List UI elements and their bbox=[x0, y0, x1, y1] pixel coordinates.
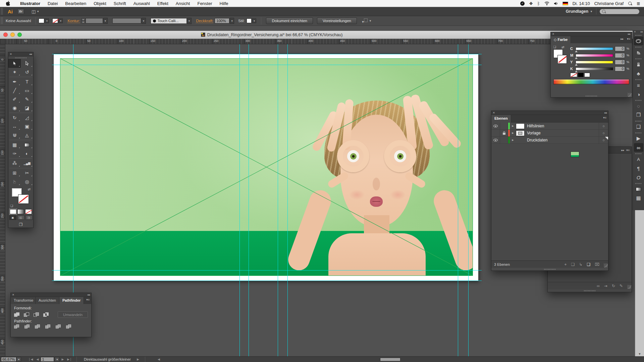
slider-thumb-icon[interactable] bbox=[575, 50, 578, 52]
app-search-box[interactable] bbox=[600, 9, 639, 14]
variable-width-dropdown[interactable]: ▼ bbox=[142, 18, 146, 24]
menu-auswahl[interactable]: Auswahl bbox=[130, 0, 154, 7]
collapse-icon[interactable]: ▸▸ bbox=[619, 36, 625, 43]
dock-group-handle[interactable] bbox=[633, 58, 644, 60]
keyboard-layout-flag[interactable] bbox=[562, 2, 568, 5]
pencil-tool[interactable]: ✎ bbox=[21, 95, 33, 104]
menu-ansicht[interactable]: Ansicht bbox=[172, 0, 194, 7]
dock-group-handle[interactable] bbox=[633, 99, 644, 101]
visibility-toggle[interactable] bbox=[491, 137, 500, 143]
menu-hilfe[interactable]: Hilfe bbox=[216, 0, 232, 7]
tab-ebenen[interactable]: Ebenen bbox=[491, 115, 511, 123]
menu-datei[interactable]: Datei bbox=[44, 0, 61, 7]
channel-value-field[interactable]: 0 bbox=[615, 53, 625, 58]
tab-ausrichten[interactable]: Ausrichten bbox=[36, 297, 59, 304]
direct-selection-tool[interactable] bbox=[21, 59, 33, 68]
bridge-button[interactable]: Br bbox=[17, 9, 24, 14]
close-icon[interactable]: ✕ bbox=[493, 111, 495, 114]
green-guide-lines[interactable] bbox=[60, 58, 473, 276]
new-layer-icon[interactable]: ❑ bbox=[587, 262, 590, 267]
layer-target-icon[interactable]: ○ bbox=[599, 130, 608, 136]
draw-behind-button[interactable]: ◱ bbox=[17, 215, 24, 220]
document-setup-button[interactable]: Dokument einrichten bbox=[266, 17, 313, 24]
fill-color-swatch[interactable] bbox=[39, 18, 44, 23]
blend-tool[interactable]: ◐ bbox=[21, 149, 33, 158]
preferences-button[interactable]: Voreinstellungen bbox=[317, 17, 357, 24]
scroll-down-icon[interactable]: ▼ bbox=[638, 352, 641, 356]
last-artboard-icon[interactable]: ▶❘ bbox=[66, 358, 73, 361]
dock-group-handle[interactable] bbox=[633, 120, 644, 122]
pathfinder-crop-button[interactable] bbox=[45, 324, 50, 329]
layer-thumbnail[interactable] bbox=[516, 130, 525, 136]
pen-tool[interactable]: ✒ bbox=[8, 77, 21, 86]
placed-photo[interactable] bbox=[60, 58, 473, 276]
variable-width-profile-field[interactable] bbox=[112, 18, 141, 23]
app-search-input[interactable] bbox=[607, 9, 634, 14]
column-graph-tool[interactable]: ▁▄▆ bbox=[21, 159, 33, 168]
layer-target-icon[interactable]: ○ bbox=[599, 123, 608, 129]
farbe-panel-icon[interactable] bbox=[634, 37, 643, 45]
vertical-ruler[interactable]: 050100150200250300350400450 bbox=[0, 44, 5, 356]
slider-thumb-icon[interactable] bbox=[575, 64, 578, 66]
shape-mode-minus-front-button[interactable] bbox=[24, 312, 30, 317]
appbar-grip[interactable] bbox=[1, 8, 3, 15]
first-artboard-icon[interactable]: ❘◀ bbox=[27, 358, 34, 361]
dock-group-handle[interactable] bbox=[633, 46, 644, 48]
menu-illustrator[interactable]: Illustrator bbox=[16, 0, 44, 7]
collapse-icon[interactable]: ▸▸ bbox=[621, 148, 624, 152]
stroke-weight-stepper[interactable]: ▲▼ bbox=[82, 18, 85, 23]
magic-wand-tool[interactable]: ✶ bbox=[8, 68, 21, 76]
guide-vertical[interactable] bbox=[278, 44, 278, 356]
dock-group-handle[interactable] bbox=[633, 182, 644, 184]
collapse-icon[interactable]: ◂◂ bbox=[29, 53, 32, 56]
umwandeln-button[interactable]: Umwandeln bbox=[58, 311, 88, 318]
color-button[interactable] bbox=[10, 209, 16, 214]
horizontal-ruler[interactable]: 5005010015020025030035040045050055060065… bbox=[5, 39, 644, 44]
expand-triangle-icon[interactable]: ▶ bbox=[510, 125, 516, 127]
symbol-sprayer-tool[interactable]: ⁂ bbox=[8, 159, 21, 168]
channel-value-field[interactable]: 0 bbox=[615, 66, 625, 71]
kontur-panel-icon[interactable]: ≡ bbox=[634, 81, 643, 89]
mesh-tool[interactable]: ▦ bbox=[8, 140, 21, 149]
channel-slider[interactable] bbox=[576, 61, 613, 64]
slice-tool[interactable]: ✂ bbox=[21, 169, 33, 177]
transparenz-panel-icon[interactable]: ◑ bbox=[634, 90, 643, 99]
opacity-dropdown[interactable]: ▼ bbox=[230, 18, 234, 24]
status-menu-icon[interactable]: ▶ bbox=[136, 358, 141, 361]
controlbar-grip[interactable] bbox=[1, 17, 3, 24]
dropbox-icon[interactable]: ❖ bbox=[529, 1, 533, 6]
channel-slider[interactable] bbox=[576, 67, 613, 70]
stroke-weight-field[interactable] bbox=[86, 18, 103, 23]
pathfinder-trim-button[interactable] bbox=[24, 324, 30, 329]
menu-fenster[interactable]: Fenster bbox=[194, 0, 216, 7]
chevron-down-icon[interactable]: ▼ bbox=[369, 19, 372, 22]
panel-menu-icon[interactable]: ▾≡ bbox=[625, 36, 632, 43]
panel-drag-handle[interactable] bbox=[551, 95, 632, 97]
zoom-level-field[interactable]: 66,67% bbox=[1, 357, 16, 362]
next-artboard-icon[interactable]: ▶ bbox=[60, 358, 65, 361]
shape-builder-tool[interactable]: ⋓ bbox=[8, 131, 21, 139]
guide-vertical[interactable] bbox=[249, 44, 249, 356]
transformieren-panel-icon[interactable]: ❐ bbox=[634, 111, 643, 119]
eyedropper-tool[interactable]: ✑ bbox=[8, 149, 21, 158]
close-icon[interactable]: ✕ bbox=[634, 31, 636, 33]
eraser-tool[interactable]: ◪ bbox=[21, 104, 33, 112]
fill-stroke-proxy[interactable]: ⇄ ❏ bbox=[10, 187, 31, 208]
paintbrush-tool[interactable]: ✐ bbox=[8, 95, 21, 104]
channel-value-field[interactable]: 0 bbox=[615, 46, 625, 51]
farbe-fill-stroke-proxy[interactable]: ❏ ⇄ bbox=[553, 45, 568, 71]
guide-horizontal[interactable] bbox=[52, 54, 482, 54]
slider-thumb-icon[interactable] bbox=[575, 70, 578, 72]
locate-object-icon[interactable]: ⌖ bbox=[565, 262, 567, 267]
artboard-number-field[interactable]: 1 bbox=[41, 357, 54, 362]
shape-mode-exclude-button[interactable] bbox=[43, 312, 49, 317]
pathfinder-divide-button[interactable] bbox=[14, 324, 19, 329]
zoom-level-dropdown[interactable]: ▼ bbox=[16, 357, 21, 362]
artboard-dropdown[interactable]: ▼ bbox=[55, 357, 59, 362]
horizontal-scrollbar-thumb[interactable] bbox=[380, 358, 400, 361]
panel-menu-icon[interactable]: ▾≡ bbox=[626, 148, 630, 152]
shape-mode-intersect-button[interactable] bbox=[34, 312, 39, 317]
hand-tool[interactable]: ☞ bbox=[8, 177, 21, 186]
relink-icon[interactable]: ⇥ bbox=[604, 284, 607, 288]
stroke-proxy-swatch[interactable] bbox=[18, 195, 29, 203]
